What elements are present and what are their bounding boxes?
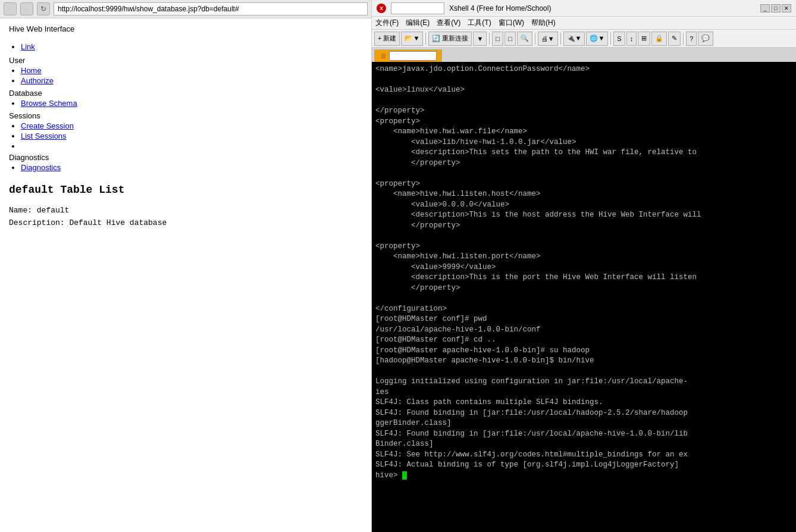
- back-button[interactable]: ←: [4, 2, 17, 15]
- xshell-tab-input[interactable]: [391, 2, 444, 14]
- toolbar-transfer-button[interactable]: ↕: [626, 32, 637, 46]
- toolbar-reconnect-dropdown[interactable]: ▼: [473, 32, 487, 46]
- toolbar-separator-3: [535, 33, 535, 45]
- toolbar-open-button[interactable]: 📂▼: [401, 32, 423, 46]
- db-info: Name: default Description: Default Hive …: [9, 205, 362, 230]
- url-bar[interactable]: [54, 2, 368, 15]
- toolbar-separator-2: [489, 33, 490, 45]
- toolbar-separator-6: [683, 33, 684, 45]
- nav-link-link[interactable]: Link: [21, 42, 35, 51]
- terminal-cursor: [402, 471, 407, 480]
- xshell-title: Xshell 4 (Free for Home/School): [449, 4, 756, 12]
- xshell-logo-icon: X: [377, 4, 386, 13]
- nav-section-user: User: [9, 56, 25, 65]
- tab-label-input[interactable]: [389, 51, 437, 61]
- terminal-body[interactable]: <name>javax.jdo.option.ConnectionPasswor…: [372, 62, 796, 532]
- nav-section-database: Database: [9, 89, 42, 98]
- xshell-toolbar: + 新建 📂▼ 🔄 重新连接 ▼ □ □ 🔍 🖨▼ 🔌▼ 🌐▼ S ↕ ⊞ 🔒 …: [372, 30, 796, 48]
- xshell-menubar: 文件(F) 编辑(E) 查看(V) 工具(T) 窗口(W) 帮助(H): [372, 17, 796, 30]
- toolbar-s-button[interactable]: S: [613, 32, 625, 46]
- xshell-window-buttons: _ □ ✕: [760, 4, 791, 12]
- nav-link-create-session[interactable]: Create Session: [21, 121, 74, 130]
- toolbar-chat-button[interactable]: 💬: [698, 32, 713, 46]
- maximize-button[interactable]: □: [771, 4, 781, 12]
- toolbar-separator-5: [610, 33, 611, 45]
- toolbar-plugin-button[interactable]: 🔌▼: [563, 32, 585, 46]
- toolbar-global-button[interactable]: 🌐▼: [586, 32, 608, 46]
- close-button[interactable]: ✕: [782, 4, 791, 12]
- toolbar-help-button[interactable]: ?: [686, 32, 697, 46]
- nav-link-authorize[interactable]: Authorize: [21, 76, 54, 85]
- toolbar-print-button[interactable]: 🖨▼: [538, 32, 558, 46]
- nav-link-home[interactable]: Home: [21, 66, 42, 75]
- forward-button[interactable]: →: [20, 2, 33, 15]
- toolbar-box1-button[interactable]: □: [492, 32, 503, 46]
- browser-pane: ← → ↻ Hive Web Interface Link User Home …: [0, 0, 372, 532]
- browser-chrome: ← → ↻: [0, 0, 371, 18]
- terminal-content: <name>javax.jdo.option.ConnectionPasswor…: [375, 65, 701, 480]
- menu-file[interactable]: 文件(F): [375, 18, 399, 28]
- toolbar-grid-button[interactable]: ⊞: [638, 32, 650, 46]
- toolbar-new-button[interactable]: + 新建: [374, 32, 400, 46]
- menu-window[interactable]: 窗口(W): [499, 18, 524, 28]
- toolbar-edit-button[interactable]: ✎: [668, 32, 681, 46]
- xshell-tab[interactable]: 🖥: [374, 49, 442, 62]
- menu-help[interactable]: 帮助(H): [531, 18, 556, 28]
- nav-empty: [21, 142, 23, 151]
- xshell-titlebar: X Xshell 4 (Free for Home/School) _ □ ✕: [372, 0, 796, 17]
- toolbar-separator-4: [560, 33, 561, 45]
- nav-link-diagnostics[interactable]: Diagnostics: [21, 163, 61, 172]
- terminal-pane: X Xshell 4 (Free for Home/School) _ □ ✕ …: [372, 0, 796, 532]
- nav-link-browse-schema[interactable]: Browse Schema: [21, 99, 77, 108]
- nav-section-diagnostics: Diagnostics: [9, 153, 49, 162]
- site-title: Hive Web Interface: [9, 24, 362, 33]
- db-name-line: Name: default: [9, 205, 362, 217]
- nav-link-list-sessions[interactable]: List Sessions: [21, 132, 67, 140]
- nav-section-sessions: Sessions: [9, 111, 40, 120]
- xshell-tabbar: 🖥: [372, 48, 796, 62]
- db-desc-line: Description: Default Hive database: [9, 217, 362, 230]
- browser-content: Hive Web Interface Link User Home Author…: [0, 18, 371, 532]
- toolbar-box2-button[interactable]: □: [504, 32, 516, 46]
- page-heading: default Table List: [9, 184, 362, 196]
- toolbar-lock-button[interactable]: 🔒: [651, 32, 667, 46]
- menu-edit[interactable]: 编辑(E): [406, 18, 430, 28]
- minimize-button[interactable]: _: [760, 4, 770, 12]
- toolbar-separator-1: [425, 33, 426, 45]
- menu-tools[interactable]: 工具(T): [468, 18, 491, 28]
- refresh-button[interactable]: ↻: [37, 2, 50, 15]
- menu-view[interactable]: 查看(V): [437, 18, 460, 28]
- toolbar-search-button[interactable]: 🔍: [517, 32, 532, 46]
- toolbar-reconnect-button[interactable]: 🔄 重新连接: [428, 32, 472, 46]
